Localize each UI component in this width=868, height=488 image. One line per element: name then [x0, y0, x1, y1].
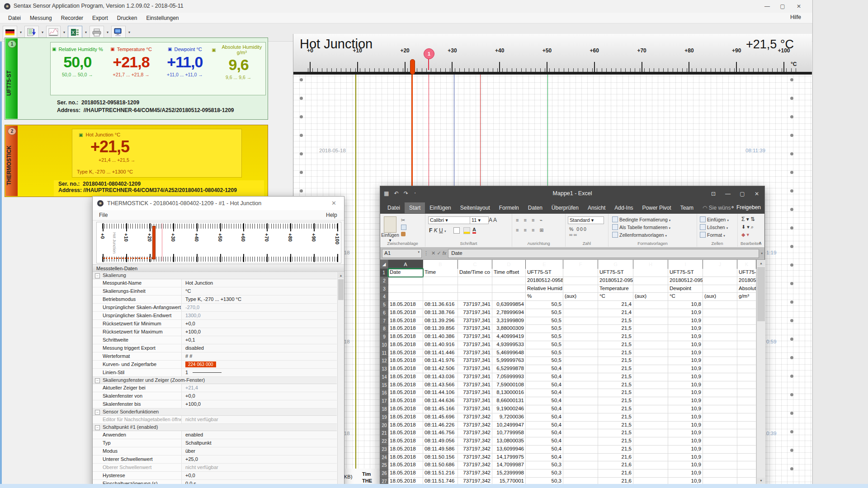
excel-tellme[interactable]: ◠ Sie wüns [698, 202, 736, 213]
menu-item-messung[interactable]: Messung [25, 14, 57, 23]
excel-cell-H24[interactable] [633, 454, 668, 462]
excel-cell-K19[interactable] [737, 413, 756, 422]
computer-dropdown-arrow[interactable]: ▾ [127, 26, 132, 39]
prop-row[interactable]: Ursprünglicher Skalen-Anfangswert-270,0 [93, 304, 337, 312]
excel-cell-C7[interactable]: 737197,341 [458, 317, 492, 325]
excel-cell-B22[interactable]: 08:11.49.056 [423, 437, 458, 446]
excel-cell-I5[interactable]: 10,8 [668, 301, 703, 309]
excel-cell-B25[interactable]: 08:11.50.686 [423, 461, 458, 469]
excel-row-header-5[interactable]: 5 [380, 301, 388, 309]
excel-cell-J17[interactable] [703, 397, 737, 405]
dialog-scroll-up-icon[interactable]: ▲ [338, 272, 344, 278]
excel-cell-I12[interactable]: 10,9 [668, 357, 703, 365]
excel-cell-K8[interactable] [737, 325, 756, 333]
record-list-button[interactable] [24, 26, 39, 39]
excel-row-header-26[interactable]: 26 [380, 469, 388, 478]
section-collapse-icon[interactable]: – [95, 273, 100, 278]
excel-grid[interactable]: ◢ABCDEFGHIJK1DateTimeDate/Time coTime of… [380, 260, 756, 488]
excel-row-header-3[interactable]: 3 [380, 285, 388, 293]
prop-row[interactable]: Oberer Schwellenwertnicht verfügbar [93, 464, 337, 472]
excel-cell-G15[interactable]: 21,5 [598, 381, 633, 389]
excel-scroll-thumb[interactable] [757, 267, 765, 321]
excel-cell-H1[interactable] [633, 269, 668, 277]
excel-cell-C15[interactable]: 737197,341 [458, 381, 492, 389]
ribbon-collapse-icon[interactable]: ∧ [759, 240, 762, 245]
excel-cell-D21[interactable]: 10,7799958 [492, 429, 526, 437]
app-maximize-button[interactable]: ▢ [776, 2, 789, 11]
excel-cell-J16[interactable] [703, 389, 737, 397]
excel-cell-F1[interactable] [563, 269, 598, 277]
dialog-close-icon[interactable]: ✕ [331, 200, 336, 206]
excel-tab-seitenlayout[interactable]: Seitenlayout [456, 202, 495, 213]
excel-cell-A20[interactable]: 18.05.2018 [388, 422, 423, 430]
excel-cell-J8[interactable] [703, 325, 737, 333]
excel-cell-C22[interactable]: 737197,342 [458, 437, 492, 446]
excel-column-header-F[interactable]: F [563, 260, 598, 269]
excel-cell-G24[interactable]: 21,6 [598, 454, 633, 462]
excel-cell-A23[interactable]: 18.05.2018 [388, 446, 423, 454]
excel-cell-C14[interactable]: 737197,341 [458, 373, 492, 381]
excel-cell-H12[interactable] [633, 357, 668, 365]
excel-cell-I18[interactable]: 10,9 [668, 405, 703, 413]
excel-cell-K24[interactable] [737, 454, 756, 462]
excel-cell-J12[interactable] [703, 357, 737, 365]
menu-item-recorder[interactable]: Recorder [57, 14, 88, 23]
excel-cell-A9[interactable]: 18.05.2018 [388, 333, 423, 341]
font-color-icon[interactable]: A [472, 227, 476, 234]
excel-cell-D19[interactable]: 9,7200036 [492, 413, 526, 422]
excel-cell-B16[interactable]: 08:11.44.106 [423, 389, 458, 397]
dialog-menu-file[interactable]: File [99, 212, 108, 218]
excel-tab-team[interactable]: Team [676, 202, 698, 213]
dialog-scrollbar[interactable]: ▲ [337, 272, 344, 488]
excel-cell-I13[interactable]: 10,9 [668, 365, 703, 373]
excel-share-button[interactable]: ⚬ Freigeben [731, 204, 761, 211]
excel-cell-F3[interactable] [563, 285, 598, 293]
excel-cell-G11[interactable]: 21,5 [598, 349, 633, 357]
excel-cell-K7[interactable] [737, 317, 756, 325]
excel-cell-A7[interactable]: 18.05.2018 [388, 317, 423, 325]
excel-cell-K18[interactable] [737, 405, 756, 413]
excel-cell-B24[interactable]: 08:11.50.156 [423, 454, 458, 462]
excel-cell-J15[interactable] [703, 381, 737, 389]
prop-row[interactable]: Werteformat# # [93, 352, 337, 361]
excel-row-header-7[interactable]: 7 [380, 317, 388, 325]
excel-cell-E26[interactable]: 50,3 [526, 469, 563, 478]
excel-cell-J22[interactable] [703, 437, 737, 446]
prop-row[interactable]: Unterer Schwellenwert+25,0 [93, 455, 337, 464]
excel-cell-K3[interactable]: Absolute Humid [737, 285, 756, 293]
excel-cell-I24[interactable]: 10,9 [668, 454, 703, 462]
excel-column-header-G[interactable]: G [598, 260, 633, 269]
excel-cell-G20[interactable]: 21,5 [598, 422, 633, 430]
excel-tab-datei[interactable]: Datei [383, 202, 405, 213]
excel-cell-F9[interactable] [563, 333, 598, 341]
font-style-buttons[interactable]: F K U ▾ [429, 227, 446, 234]
excel-cell-J6[interactable] [703, 309, 737, 317]
dialog-title-bar[interactable]: ◉ THERMOSTICK - 20180401-080402-1209 - #… [93, 197, 344, 211]
excel-cell-F18[interactable] [563, 405, 598, 413]
excel-cell-E11[interactable]: 50,5 [526, 349, 563, 357]
excel-cell-C9[interactable]: 737197,341 [458, 333, 492, 341]
excel-cell-K15[interactable] [737, 381, 756, 389]
prop-row[interactable]: Kurven- und Zeigerfarbe224 063 000 [93, 361, 337, 369]
excel-cell-D20[interactable]: 10,2499947 [492, 422, 526, 430]
excel-cell-D6[interactable]: 2,78999694 [492, 309, 526, 317]
excel-cell-F21[interactable] [563, 429, 598, 437]
excel-cell-G2[interactable]: 20180512-095818-1209 [598, 277, 633, 285]
excel-row-header-17[interactable]: 17 [380, 397, 388, 405]
metric-checkbox-icon[interactable]: ▣ [212, 47, 216, 52]
excel-cell-C17[interactable]: 737197,341 [458, 397, 492, 405]
app-title-bar[interactable]: ◉ Sentax Sensor Application Program, Ver… [0, 0, 812, 13]
excel-cell-I19[interactable]: 10,9 [668, 413, 703, 422]
excel-cell-A21[interactable]: 18.05.2018 [388, 429, 423, 437]
excel-row-header-23[interactable]: 23 [380, 446, 388, 454]
excel-cell-E2[interactable]: 20180512-095818-1209 [526, 277, 563, 285]
excel-cell-J25[interactable] [703, 461, 737, 469]
excel-cell-E25[interactable]: 50,3 [526, 461, 563, 469]
excel-cell-C26[interactable]: 737197,342 [458, 469, 492, 478]
excel-cell-F25[interactable] [563, 461, 598, 469]
excel-cell-J26[interactable] [703, 469, 737, 478]
excel-name-box[interactable]: A1 ▾ [382, 249, 422, 258]
excel-column-header-H[interactable]: H [633, 260, 668, 269]
thermostick-dialog[interactable]: ◉ THERMOSTICK - 20180401-080402-1209 - #… [92, 196, 344, 488]
excel-cell-J2[interactable] [703, 277, 737, 285]
